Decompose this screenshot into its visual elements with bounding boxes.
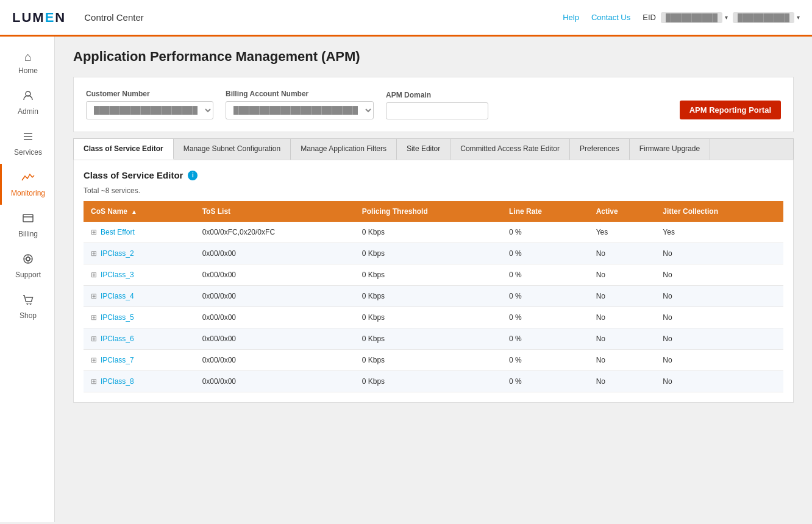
user-dropdown[interactable]: ██████████ ▾ bbox=[733, 12, 800, 23]
billing-account-select[interactable]: ████████████████████████ bbox=[226, 101, 374, 119]
sidebar-item-shop[interactable]: Shop bbox=[0, 286, 54, 327]
cell-jitter: Yes bbox=[655, 222, 783, 243]
section-title: Class of Service Editor bbox=[84, 170, 183, 180]
cell-lineRate: 0 % bbox=[502, 243, 589, 264]
cell-cos[interactable]: ⊞IPClass_6 bbox=[84, 328, 195, 350]
sidebar-item-billing[interactable]: Billing bbox=[0, 205, 54, 246]
cell-active: No bbox=[589, 243, 656, 264]
tab-cos[interactable]: Class of Service Editor bbox=[74, 139, 174, 160]
tab-firmware[interactable]: Firmware Upgrade bbox=[630, 139, 710, 160]
logo-text: LUMEN bbox=[12, 10, 66, 26]
sidebar-label-monitoring: Monitoring bbox=[11, 189, 45, 197]
help-link[interactable]: Help bbox=[563, 13, 579, 22]
sidebar-item-admin[interactable]: Admin bbox=[0, 82, 54, 123]
row-expand-icon[interactable]: ⊞ bbox=[91, 335, 97, 343]
user-value: ██████████ bbox=[733, 12, 794, 23]
sidebar-item-support[interactable]: Support bbox=[0, 246, 54, 286]
tab-car[interactable]: Committed Access Rate Editor bbox=[451, 139, 570, 160]
eid-section: EID ██████████ ▾ ██████████ ▾ bbox=[643, 12, 800, 23]
tab-appfilters[interactable]: Manage Application Filters bbox=[291, 139, 397, 160]
row-expand-icon[interactable]: ⊞ bbox=[91, 271, 97, 279]
table-header: CoS Name ▲ToS ListPolicing ThresholdLine… bbox=[84, 201, 783, 222]
row-expand-icon[interactable]: ⊞ bbox=[91, 292, 97, 300]
cell-active: No bbox=[589, 328, 656, 350]
eid-chevron-icon: ▾ bbox=[725, 14, 728, 21]
tabs-bar: Class of Service EditorManage Subnet Con… bbox=[73, 138, 794, 160]
col-header-cos[interactable]: CoS Name ▲ bbox=[84, 201, 195, 222]
eid-dropdown[interactable]: ██████████ ▾ bbox=[661, 12, 728, 23]
row-expand-icon[interactable]: ⊞ bbox=[91, 377, 97, 386]
cell-cos[interactable]: ⊞Best Effort bbox=[84, 222, 195, 243]
cell-policing: 0 Kbps bbox=[355, 371, 502, 392]
tab-subnet[interactable]: Manage Subnet Configuration bbox=[174, 139, 291, 160]
contact-us-link[interactable]: Contact Us bbox=[591, 13, 630, 22]
row-expand-icon[interactable]: ⊞ bbox=[91, 249, 97, 258]
col-header-jitter: Jitter Collection bbox=[655, 201, 783, 222]
cell-jitter: No bbox=[655, 243, 783, 264]
table-row: ⊞IPClass_20x00/0x000 Kbps0 %NoNo bbox=[84, 243, 783, 264]
cell-cos[interactable]: ⊞IPClass_5 bbox=[84, 307, 195, 328]
cell-tos: 0x00/0x00 bbox=[195, 350, 355, 371]
form-section: Customer Number ████████████████████ Bil… bbox=[73, 77, 794, 132]
support-icon bbox=[22, 253, 34, 268]
cos-name-link[interactable]: IPClass_7 bbox=[101, 356, 134, 364]
data-table: CoS Name ▲ToS ListPolicing ThresholdLine… bbox=[84, 201, 783, 392]
cos-name-link[interactable]: IPClass_8 bbox=[101, 377, 134, 386]
cell-active: No bbox=[589, 350, 656, 371]
sort-arrow-icon: ▲ bbox=[131, 208, 137, 215]
services-icon bbox=[22, 130, 34, 146]
top-nav-right: Help Contact Us EID ██████████ ▾ ███████… bbox=[563, 12, 800, 23]
cell-cos[interactable]: ⊞IPClass_4 bbox=[84, 286, 195, 307]
billing-account-label: Billing Account Number bbox=[226, 90, 374, 98]
total-text: Total ~8 services. bbox=[84, 186, 783, 195]
cell-lineRate: 0 % bbox=[502, 328, 589, 350]
row-expand-icon[interactable]: ⊞ bbox=[91, 313, 97, 322]
section-header: Class of Service Editor i bbox=[84, 170, 783, 180]
col-header-tos: ToS List bbox=[195, 201, 355, 222]
top-navigation: LUMEN Control Center Help Contact Us EID… bbox=[0, 0, 812, 37]
cell-tos: 0x00/0x00 bbox=[195, 371, 355, 392]
customer-number-select[interactable]: ████████████████████ bbox=[86, 101, 213, 119]
table-row: ⊞IPClass_30x00/0x000 Kbps0 %NoNo bbox=[84, 264, 783, 286]
cell-tos: 0x00/0x00 bbox=[195, 264, 355, 286]
cos-name-link[interactable]: Best Effort bbox=[101, 228, 135, 236]
svg-point-12 bbox=[27, 303, 28, 304]
tab-siteeditor[interactable]: Site Editor bbox=[397, 139, 451, 160]
tab-prefs[interactable]: Preferences bbox=[570, 139, 630, 160]
info-icon[interactable]: i bbox=[188, 171, 198, 180]
sidebar-label-home: Home bbox=[18, 66, 38, 75]
cell-policing: 0 Kbps bbox=[355, 328, 502, 350]
cell-active: No bbox=[589, 264, 656, 286]
sidebar-item-services[interactable]: Services bbox=[0, 123, 54, 164]
cos-name-link[interactable]: IPClass_2 bbox=[101, 249, 134, 258]
app-title: Control Center bbox=[84, 12, 144, 23]
cell-jitter: No bbox=[655, 371, 783, 392]
cos-name-link[interactable]: IPClass_5 bbox=[101, 313, 134, 322]
cos-name-link[interactable]: IPClass_4 bbox=[101, 292, 134, 300]
monitoring-icon bbox=[21, 171, 35, 186]
apm-portal-button[interactable]: APM Reporting Portal bbox=[680, 101, 781, 119]
cell-jitter: No bbox=[655, 286, 783, 307]
apm-domain-label: APM Domain bbox=[386, 91, 488, 99]
col-header-policing: Policing Threshold bbox=[355, 201, 502, 222]
row-expand-icon[interactable]: ⊞ bbox=[91, 356, 97, 364]
cell-cos[interactable]: ⊞IPClass_2 bbox=[84, 243, 195, 264]
cell-cos[interactable]: ⊞IPClass_7 bbox=[84, 350, 195, 371]
sidebar-item-monitoring[interactable]: Monitoring bbox=[0, 164, 54, 205]
cell-policing: 0 Kbps bbox=[355, 350, 502, 371]
cos-name-link[interactable]: IPClass_3 bbox=[101, 271, 134, 279]
cell-cos[interactable]: ⊞IPClass_8 bbox=[84, 371, 195, 392]
cell-lineRate: 0 % bbox=[502, 222, 589, 243]
cos-name-link[interactable]: IPClass_6 bbox=[101, 335, 134, 343]
customer-number-group: Customer Number ████████████████████ bbox=[86, 90, 213, 119]
eid-label: EID bbox=[643, 13, 656, 22]
billing-account-group: Billing Account Number █████████████████… bbox=[226, 90, 374, 119]
cell-lineRate: 0 % bbox=[502, 350, 589, 371]
table-row: ⊞IPClass_70x00/0x000 Kbps0 %NoNo bbox=[84, 350, 783, 371]
apm-domain-input[interactable] bbox=[386, 102, 488, 119]
shop-icon bbox=[22, 294, 34, 309]
row-expand-icon[interactable]: ⊞ bbox=[91, 228, 97, 236]
horizontal-scrollbar[interactable] bbox=[73, 405, 794, 411]
sidebar-item-home[interactable]: ⌂ Home bbox=[0, 43, 54, 82]
cell-cos[interactable]: ⊞IPClass_3 bbox=[84, 264, 195, 286]
